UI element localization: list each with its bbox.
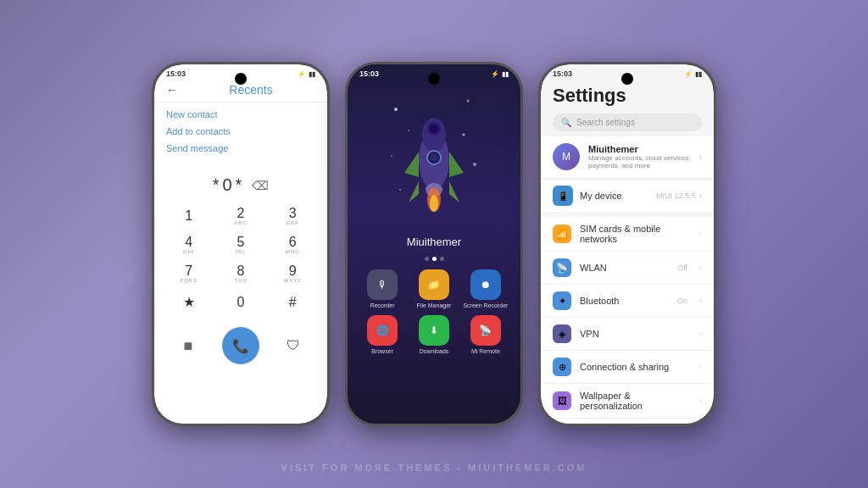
device-chevron: › xyxy=(699,191,702,201)
keypad-row-1: 1 2ABC 3DEF xyxy=(163,203,319,229)
status-icons-2: ⚡ ▮▮ xyxy=(491,70,509,78)
wallpaper-chevron: › xyxy=(699,396,702,405)
settings-content: Settings 🔍 Search settings M Miuithemer … xyxy=(541,80,714,424)
keypad-row-2: 4GHI 5JKL 6MNO xyxy=(163,232,319,258)
svg-point-5 xyxy=(473,163,476,166)
wlan-chevron: › xyxy=(699,263,702,272)
profile-info: Miuithemer Manage accounts, cloud servic… xyxy=(588,144,691,169)
key-7[interactable]: 7PQRS xyxy=(170,261,209,286)
key-0[interactable]: 0 xyxy=(221,290,260,315)
keypad-row-3: 7PQRS 8TUV 9WXYZ xyxy=(163,261,319,286)
key-hash[interactable]: # xyxy=(273,290,312,315)
app-grid-row1: 🎙 Recorder 📁 File Manager ⏺ Screen Recor… xyxy=(348,269,520,354)
phone-dialer: 15:03 ⚡ ▮▮ ← Recents New contact Add to … xyxy=(152,62,330,426)
home-wallpaper xyxy=(348,88,520,232)
sim-icon: 📶 xyxy=(553,225,571,243)
key-1[interactable]: 1 xyxy=(170,203,209,229)
add-to-contacts-item[interactable]: Add to contacts xyxy=(166,126,315,136)
app-recorder[interactable]: 🎙 Recorder xyxy=(360,269,405,308)
settings-bluetooth[interactable]: ✦ Bluetooth On › xyxy=(541,285,714,318)
app-mi-remote[interactable]: 📡 Mi Remote xyxy=(463,315,508,354)
recents-title: Recents xyxy=(186,83,315,97)
key-star[interactable]: ★ xyxy=(170,290,209,315)
app-downloads[interactable]: ⬇ Downloads xyxy=(412,315,457,354)
rocket-svg xyxy=(379,88,489,224)
status-time-2: 15:03 xyxy=(359,69,379,78)
svg-point-6 xyxy=(399,189,401,191)
bluetooth-value: On xyxy=(677,297,687,305)
profile-desc: Manage accounts, cloud services, payment… xyxy=(588,154,691,169)
settings-sim[interactable]: 📶 SIM cards & mobile networks › xyxy=(541,217,714,252)
settings-vpn[interactable]: ◈ VPN › xyxy=(541,318,714,351)
svg-point-15 xyxy=(430,195,438,212)
svg-point-12 xyxy=(430,153,438,162)
contacts-button[interactable]: 🛡 xyxy=(276,329,310,363)
connection-label: Connection & sharing xyxy=(580,362,691,372)
svg-point-1 xyxy=(467,100,470,103)
dialer-menu: New contact Add to contacts Send message xyxy=(154,103,327,167)
send-message-item[interactable]: Send message xyxy=(166,143,315,153)
device-icon: 📱 xyxy=(553,186,573,206)
wlan-label: WLAN xyxy=(580,263,669,273)
device-version: MIUI 12.5.5 xyxy=(656,191,696,200)
key-9[interactable]: 9WXYZ xyxy=(273,261,312,286)
watermark: VISIT FOR MORE THEMES - MIUITHEMER.COM xyxy=(281,463,587,473)
status-icons-3: ⚡ ▮▮ xyxy=(684,70,702,78)
wlan-icon: 📡 xyxy=(553,258,571,277)
connection-chevron: › xyxy=(699,363,702,371)
app-file-manager[interactable]: 📁 File Manager xyxy=(412,269,457,308)
settings-search[interactable]: 🔍 Search settings xyxy=(553,114,702,131)
dot-3 xyxy=(440,257,444,261)
profile-name: Miuithemer xyxy=(588,144,691,154)
home-content: Miuithemer 🎙 Recorder 📁 File Manage xyxy=(348,80,520,363)
profile-avatar: M xyxy=(553,143,580,170)
status-time-1: 15:03 xyxy=(166,69,186,78)
key-6[interactable]: 6MNO xyxy=(273,232,312,258)
sim-chevron: › xyxy=(699,230,702,238)
keypad: 1 2ABC 3DEF 4GHI 5JKL 6MNO 7PQRS 8TUV 9W… xyxy=(154,200,327,322)
svg-point-3 xyxy=(463,134,465,136)
key-4[interactable]: 4GHI xyxy=(170,232,209,258)
settings-wlan[interactable]: 📡 WLAN Off › xyxy=(541,252,714,285)
settings-connection[interactable]: ⊕ Connection & sharing › xyxy=(541,351,714,384)
dot-1 xyxy=(425,257,429,261)
svg-point-0 xyxy=(394,108,398,111)
keypad-row-4: ★ 0 # xyxy=(163,290,319,315)
bluetooth-chevron: › xyxy=(699,297,702,305)
wallpaper-label: Wallpaper & personalization xyxy=(580,391,691,411)
voicemail-button[interactable]: ■ xyxy=(171,329,205,363)
app-screen-recorder[interactable]: ⏺ Screen Recorder xyxy=(463,269,508,308)
search-icon: 🔍 xyxy=(561,118,571,127)
settings-profile[interactable]: M Miuithemer Manage accounts, cloud serv… xyxy=(541,136,714,177)
punch-hole-3 xyxy=(621,73,633,85)
profile-chevron: › xyxy=(699,152,702,162)
backspace-button[interactable]: ⌫ xyxy=(252,179,269,192)
call-button[interactable]: 📞 xyxy=(222,327,259,364)
svg-point-4 xyxy=(391,155,392,157)
phone-settings: 15:03 ⚡ ▮▮ Settings 🔍 Search settings M … xyxy=(538,62,716,426)
svg-point-2 xyxy=(408,130,409,131)
key-8[interactable]: 8TUV xyxy=(221,261,260,286)
dot-2 xyxy=(432,257,437,261)
settings-lockscreen[interactable]: 🔒 Always-on display & Lock screen › xyxy=(541,419,714,424)
vpn-chevron: › xyxy=(699,330,702,338)
settings-list: 📶 SIM cards & mobile networks › 📡 WLAN O… xyxy=(541,217,714,424)
sim-label: SIM cards & mobile networks xyxy=(580,224,691,244)
connection-icon: ⊕ xyxy=(553,358,571,376)
new-contact-item[interactable]: New contact xyxy=(166,109,315,119)
dialer-actions: ■ 📞 🛡 xyxy=(154,322,327,368)
settings-wallpaper[interactable]: 🖼 Wallpaper & personalization › xyxy=(541,384,714,419)
settings-device[interactable]: 📱 My device MIUI 12.5.5 › xyxy=(541,179,714,212)
key-2[interactable]: 2ABC xyxy=(221,203,260,229)
search-placeholder: Search settings xyxy=(576,118,635,127)
vpn-icon: ◈ xyxy=(553,324,571,343)
key-5[interactable]: 5JKL xyxy=(221,232,260,258)
app-browser[interactable]: 🌐 Browser xyxy=(360,315,405,354)
punch-hole-2 xyxy=(428,73,440,85)
wlan-value: Off xyxy=(677,263,687,272)
device-label: My device xyxy=(580,191,622,201)
bluetooth-icon: ✦ xyxy=(553,291,571,310)
vpn-label: VPN xyxy=(580,329,691,339)
back-button[interactable]: ← xyxy=(166,83,178,97)
key-3[interactable]: 3DEF xyxy=(273,203,312,229)
